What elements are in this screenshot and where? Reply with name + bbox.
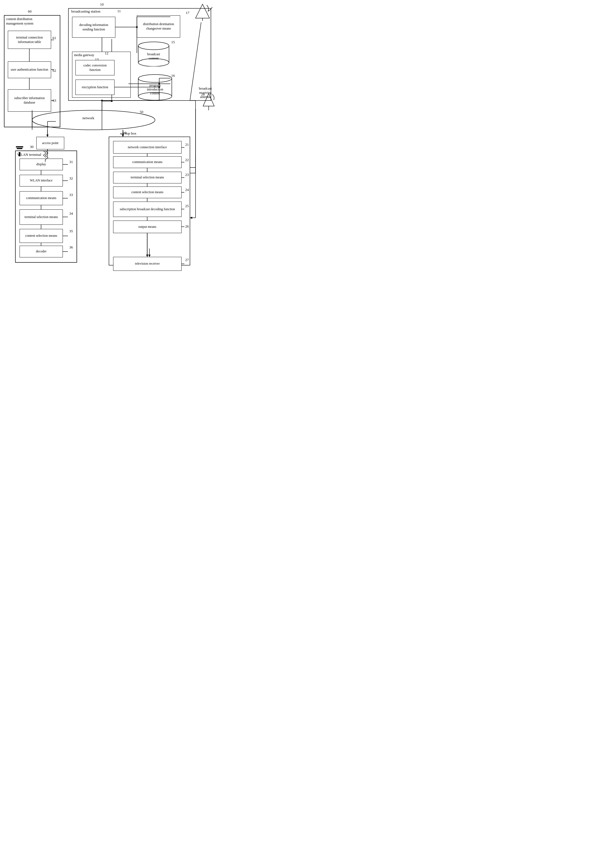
decoder-label: decoder [36,250,47,254]
svg-marker-39 [148,255,150,257]
decoder-box: decoder [20,246,63,257]
label-24: 24 [185,188,189,192]
broadcasting-station-label: broadcasting station [71,9,100,14]
codec-label: codec conversion function [77,64,112,72]
svg-text:program: program [150,83,161,88]
broadcast-antenna-top [193,3,212,23]
tv-receiver-box: television receiver [113,257,182,271]
label-21: 21 [185,142,189,147]
svg-text:broadcast: broadcast [147,52,160,56]
set-top-box-label: set-top box [120,131,136,136]
svg-rect-2 [109,137,190,265]
svg-point-36 [111,100,112,102]
svg-marker-16 [46,135,48,137]
dist-dest-label: distribution destination changeover mean… [139,22,178,31]
content-sel-wlan-label: content selection means [25,234,57,238]
content-sel-stb-box: content selection means [113,186,182,198]
label-50: 50 [140,110,143,115]
program-intro-svg: program introduction content [137,74,173,100]
svg-marker-106 [146,255,148,257]
antenna-side-svg [202,92,216,112]
label-22: 22 [185,158,189,162]
label-17: 17 [186,11,189,15]
display-label: display [36,162,46,167]
user-auth-box: user authentication function [8,61,51,78]
label-60: 60 [28,9,32,14]
svg-text:content: content [150,91,160,95]
antenna-svg [193,3,212,22]
label-23: 23 [185,172,189,177]
svg-point-41 [138,42,169,50]
label-27: 27 [185,258,189,262]
label-30: 30 [30,145,33,150]
label-11: 11 [117,9,121,14]
net-conn-iface-box: network connection interface [113,141,182,154]
decoding-info-box: decoding information sending function [72,17,115,38]
terminal-sel-wlan-label: terminal selection means [24,215,58,219]
broadcast-content-svg: broadcast content [137,41,170,67]
comm-means-stb-label: communication means [132,160,162,165]
svg-rect-59 [17,148,22,149]
wlan-interface-box: WLAN interface [20,175,63,186]
content-sel-wlan-box: content selection means [20,229,63,243]
diagram-container: 10 11 17 12 13 14 15 16 50 20 21 22 23 2… [0,0,218,307]
display-box: display [20,159,63,170]
svg-marker-104 [190,217,192,219]
label-10: 10 [100,2,104,7]
terminal-sel-stb-box: terminal selection means [113,172,182,183]
comm-means-wlan-box: communication means [20,191,63,205]
svg-point-92 [101,100,103,101]
network-label: network [82,116,94,121]
content-dist-mgmt-label: content distribution management system [6,17,42,26]
media-gateway-label: media gateway [74,53,94,57]
svg-point-47 [138,74,172,82]
dist-dest-box: distribution destination changeover mean… [137,15,180,38]
terminal-conn-info-label: terminal connection information table [10,35,49,44]
codec-box: codec conversion function [76,60,115,76]
wlan-interface-label: WLAN interface [30,178,53,183]
sub-broadcast-dec-label: subscription broadcast decoding function [120,207,175,212]
label-26: 26 [185,224,189,229]
subscriber-info-box: subscriber information database [8,89,51,112]
net-conn-iface-label: network connection interface [128,145,167,150]
comm-means-wlan-label: communication means [26,196,56,200]
wlan-terminal-label: WLAN terminal [17,153,41,157]
content-sel-stb-label: content selection means [131,190,164,195]
terminal-sel-stb-label: terminal selection means [131,175,164,180]
tv-receiver-label: television receiver [135,262,159,266]
decoding-info-label: decoding information sending function [74,23,114,32]
access-point-label: access point [42,141,58,145]
output-means-box: output means [113,221,182,233]
encryption-label: encryption function [82,85,108,90]
access-point-box: access point [36,137,64,150]
sub-broadcast-dec-box: subscription broadcast decoding function [113,201,182,217]
comm-means-stb-box: communication means [113,156,182,168]
svg-rect-60 [16,146,23,147]
output-means-label: output means [138,225,156,229]
label-15: 15 [171,40,175,45]
subscriber-info-label: subscriber information database [10,96,49,105]
broadcast-content-cylinder: broadcast content [137,41,170,67]
terminal-conn-info-box: terminal connection information table [8,31,51,49]
svg-text:content: content [148,56,159,60]
svg-text:introduction: introduction [147,88,164,91]
label-25: 25 [185,204,189,209]
program-intro-cylinder: program introduction content [137,74,173,100]
encryption-box: encryption function [76,80,115,95]
terminal-sel-wlan-box: terminal selection means [20,209,63,225]
broadcast-antenna-side [202,92,216,113]
user-auth-label: user authentication function [11,68,48,72]
svg-marker-56 [203,94,214,106]
